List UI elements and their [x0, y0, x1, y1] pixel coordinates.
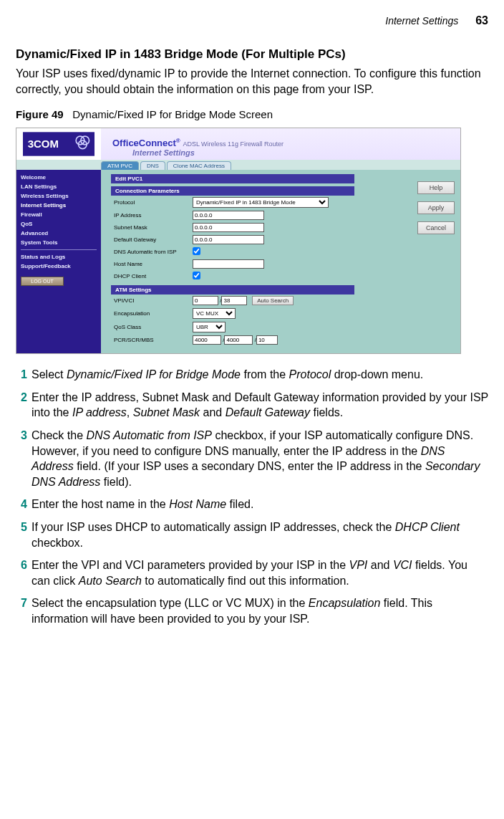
screenshot-page-title: Internet Settings: [107, 148, 460, 157]
logo-3com-svg: 3COM: [23, 132, 94, 156]
logo-3com: 3COM: [16, 128, 101, 160]
nav-status-logs[interactable]: Status and Logs: [21, 252, 97, 262]
nav-welcome[interactable]: Welcome: [21, 173, 97, 182]
side-button-column: Help Apply Cancel: [412, 174, 455, 346]
host-field[interactable]: [193, 259, 264, 269]
nav-lan[interactable]: LAN Settings: [21, 182, 97, 191]
tab-atm-pvc[interactable]: ATM PVC: [101, 161, 139, 170]
nav-internet[interactable]: Internet Settings: [21, 201, 97, 210]
figure-label: Figure 49: [16, 108, 64, 120]
step-1: Select Dynamic/Fixed IP for Bridge Mode …: [16, 367, 488, 383]
pcr-field[interactable]: [193, 335, 221, 345]
host-label: Host Name: [111, 258, 190, 270]
dhcp-checkbox[interactable]: [193, 272, 200, 279]
nav-support[interactable]: Support/Feedback: [21, 262, 97, 271]
tabs: ATM PVC DNS Clone MAC Address: [16, 160, 460, 170]
dns-auto-checkbox[interactable]: [193, 247, 200, 255]
dhcp-label: DHCP Client: [111, 270, 190, 282]
screenshot-body: Welcome LAN Settings Wireless Settings I…: [16, 170, 460, 353]
step-4: Enter the host name in the Host Name fil…: [16, 497, 488, 512]
nav-system-tools[interactable]: System Tools: [21, 238, 97, 247]
edit-pvc-header: Edit PVC1: [111, 174, 354, 183]
atm-settings-bar: ATM Settings: [111, 285, 354, 294]
protocol-select[interactable]: Dynamic/Fixed IP in 1483 Bridge Mode: [193, 197, 329, 208]
step-3: Check the DNS Automatic from ISP checkbo…: [16, 428, 488, 489]
side-nav: Welcome LAN Settings Wireless Settings I…: [16, 170, 101, 353]
header-page-number: 63: [475, 14, 488, 27]
steps-list: Select Dynamic/Fixed IP for Bridge Mode …: [16, 367, 488, 626]
nav-firewall[interactable]: Firewall: [21, 210, 97, 219]
help-button[interactable]: Help: [417, 181, 455, 194]
step-7: Select the encapsulation type (LLC or VC…: [16, 595, 488, 626]
subnet-label: Subnet Mask: [111, 221, 190, 234]
dns-auto-label: DNS Automatic from ISP: [111, 246, 190, 258]
ip-label: IP Address: [111, 209, 190, 221]
gateway-label: Default Gateway: [111, 234, 190, 246]
page: Internet Settings 63 Dynamic/Fixed IP in…: [0, 0, 504, 648]
nav-advanced[interactable]: Advanced: [21, 229, 97, 238]
step-6: Enter the VPI and VCI parameters provide…: [16, 557, 488, 588]
subnet-field[interactable]: [193, 223, 264, 232]
brand-name: OfficeConnect: [112, 138, 176, 148]
encap-select[interactable]: VC MUX: [193, 308, 236, 319]
nav-wireless[interactable]: Wireless Settings: [21, 191, 97, 201]
step-2: Enter the IP address, Subnet Mask and De…: [16, 390, 488, 421]
apply-button[interactable]: Apply: [417, 201, 455, 214]
pcr-label: PCR/SCR/MBS: [111, 334, 190, 346]
section-title: Dynamic/Fixed IP in 1483 Bridge Mode (Fo…: [16, 47, 488, 62]
logout-button[interactable]: LOG OUT: [21, 277, 64, 286]
cancel-button[interactable]: Cancel: [417, 221, 455, 234]
tab-dns[interactable]: DNS: [140, 161, 165, 170]
main-panel: Edit PVC1 Connection Parameters Protocol…: [101, 170, 460, 353]
svg-text:3COM: 3COM: [28, 138, 59, 150]
auto-search-button[interactable]: Auto Search: [252, 296, 294, 305]
figure-caption-text: Dynamic/Fixed IP for Bridge Mode Screen: [72, 108, 273, 120]
step-5: If your ISP uses DHCP to automatically a…: [16, 519, 488, 550]
titlebar: 3COM OfficeConnect® ADSL Wireless 11g Fi…: [16, 128, 460, 160]
encap-label: Encapsulation: [111, 307, 190, 320]
figure-caption: Figure 49 Dynamic/Fixed IP for Bridge Mo…: [16, 108, 488, 120]
qos-select[interactable]: UBR: [193, 322, 226, 332]
tab-clone-mac[interactable]: Clone MAC Address: [167, 161, 231, 170]
running-header: Internet Settings 63: [16, 14, 488, 27]
header-section: Internet Settings: [385, 15, 458, 27]
protocol-label: Protocol: [111, 196, 190, 209]
scr-field[interactable]: [224, 335, 253, 345]
connection-parameters-bar: Connection Parameters: [111, 186, 354, 196]
screenshot: 3COM OfficeConnect® ADSL Wireless 11g Fi…: [16, 128, 461, 354]
nav-qos[interactable]: QoS: [21, 219, 97, 229]
vpi-field[interactable]: [193, 296, 218, 305]
intro-paragraph: Your ISP uses fixed/dynamic IP to provid…: [16, 66, 488, 97]
vci-field[interactable]: [221, 296, 247, 305]
gateway-field[interactable]: [193, 235, 264, 244]
vpivci-label: VPI/VCI: [111, 294, 190, 307]
form-column: Edit PVC1 Connection Parameters Protocol…: [111, 174, 399, 346]
brand-tag: ADSL Wireless 11g Firewall Router: [183, 140, 284, 148]
ip-field[interactable]: [193, 211, 264, 220]
atm-settings-table: VPI/VCI / Auto Search Encapsulation VC M…: [111, 294, 296, 346]
mbs-field[interactable]: [256, 335, 278, 345]
connection-params-table: Protocol Dynamic/Fixed IP in 1483 Bridge…: [111, 196, 331, 282]
qos-label: QoS Class: [111, 320, 190, 334]
